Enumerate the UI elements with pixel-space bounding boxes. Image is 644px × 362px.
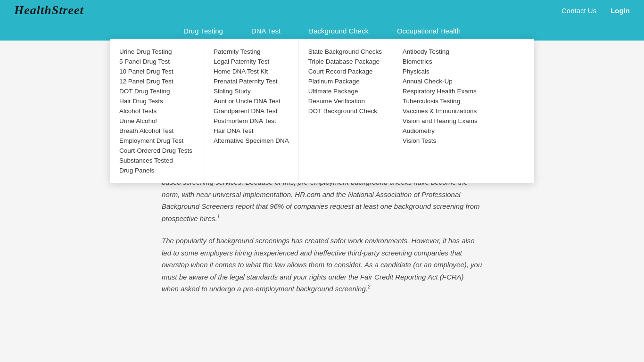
contact-us-link[interactable]: Contact Us [561, 7, 596, 15]
dd-tb-testing[interactable]: Tuberculosis Testing [403, 96, 478, 106]
dd-ultimate[interactable]: Ultimate Package [308, 86, 383, 96]
dd-biometrics[interactable]: Biometrics [403, 57, 478, 66]
dd-drug-panels[interactable]: Drug Panels [119, 165, 194, 175]
dd-vision-tests[interactable]: Vision Tests [403, 136, 478, 146]
dd-12panel[interactable]: 12 Panel Drug Test [119, 76, 194, 86]
dd-vaccines[interactable]: Vaccines & Immunizations [403, 106, 478, 116]
dd-postmortem[interactable]: Postmortem DNA Test [214, 116, 289, 126]
dd-audiometry[interactable]: Audiometry [403, 126, 478, 136]
dd-physicals[interactable]: Physicals [403, 66, 478, 76]
header-right: Contact Us Login [561, 7, 630, 15]
dd-hair-drug[interactable]: Hair Drug Tests [119, 96, 194, 106]
dropdown-col-dna: Paternity Testing Legal Paternity Test H… [204, 39, 299, 183]
dd-5panel[interactable]: 5 Panel Drug Test [119, 57, 194, 66]
dd-alcohol-tests[interactable]: Alcohol Tests [119, 106, 194, 116]
dd-respiratory[interactable]: Respiratory Health Exams [403, 86, 478, 96]
logo-street: Street [52, 3, 84, 17]
dd-dot-drug[interactable]: DOT Drug Testing [119, 86, 194, 96]
dd-grandparent[interactable]: Grandparent DNA Test [214, 106, 289, 116]
dd-sibling[interactable]: Sibling Study [214, 86, 289, 96]
dd-employment-drug[interactable]: Employment Drug Test [119, 136, 194, 146]
dd-court-ordered[interactable]: Court-Ordered Drug Tests [119, 146, 194, 156]
login-link[interactable]: Login [611, 7, 630, 15]
site-header: HealthStreet Contact Us Login [0, 0, 644, 21]
site-logo[interactable]: HealthStreet [14, 3, 84, 17]
dd-hair-dna[interactable]: Hair DNA Test [214, 126, 289, 136]
dd-substances[interactable]: Substances Tested [119, 156, 194, 165]
dd-resume-verify[interactable]: Resume Verification [308, 96, 383, 106]
dd-aunt-uncle[interactable]: Aunt or Uncle DNA Test [214, 96, 289, 106]
dropdown-col-bg: State Background Checks Triple Database … [299, 39, 393, 183]
dd-court-record[interactable]: Court Record Package [308, 66, 383, 76]
dd-legal-paternity[interactable]: Legal Paternity Test [214, 57, 289, 66]
dropdown-col-drug: Urine Drug Testing 5 Panel Drug Test 10 … [110, 39, 204, 183]
dd-triple-db[interactable]: Triple Database Package [308, 57, 383, 66]
mega-dropdown: Urine Drug Testing 5 Panel Drug Test 10 … [0, 38, 644, 183]
dd-alt-specimen[interactable]: Alternative Specimen DNA [214, 136, 289, 146]
dd-state-bg[interactable]: State Background Checks [308, 47, 383, 57]
dd-annual-checkup[interactable]: Annual Check-Up [403, 76, 478, 86]
dd-paternity[interactable]: Paternity Testing [214, 47, 289, 57]
body-para-3: The popularity of background screenings … [162, 235, 482, 295]
dd-antibody[interactable]: Antibody Testing [403, 47, 478, 57]
dd-platinum[interactable]: Platinum Package [308, 76, 383, 86]
dropdown-col-occ: Antibody Testing Biometrics Physicals An… [393, 39, 487, 183]
dd-home-dna[interactable]: Home DNA Test Kit [214, 66, 289, 76]
dd-prenatal[interactable]: Prenatal Paternity Test [214, 76, 289, 86]
dropdown-row: Urine Drug Testing 5 Panel Drug Test 10 … [110, 38, 534, 183]
dd-urine-drug[interactable]: Urine Drug Testing [119, 47, 194, 57]
dd-10panel[interactable]: 10 Panel Drug Test [119, 66, 194, 76]
dd-breath-alcohol[interactable]: Breath Alcohol Test [119, 126, 194, 136]
dd-urine-alcohol[interactable]: Urine Alcohol [119, 116, 194, 126]
logo-health: Health [14, 3, 52, 17]
dd-vision-hearing[interactable]: Vision and Hearing Exams [403, 116, 478, 126]
dd-dot-bg[interactable]: DOT Background Check [308, 106, 383, 116]
